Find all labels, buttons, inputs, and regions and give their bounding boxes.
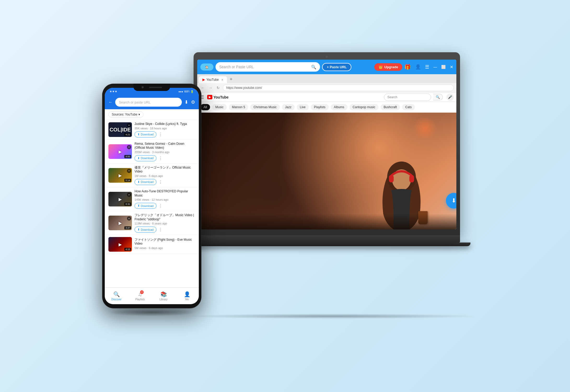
phone-download-icon[interactable]: ⬇: [184, 99, 188, 105]
download-button-2[interactable]: ⬇ Download: [135, 155, 156, 161]
upgrade-button[interactable]: 👑 Upgrade: [374, 63, 402, 71]
download-button-5[interactable]: ⬇ Download: [135, 227, 156, 233]
duration-6: 4:15: [124, 248, 131, 251]
browser-bar: ← → ↻ https://www.youtube.com/: [197, 83, 456, 93]
video-thumb-6[interactable]: ▶ 4:15: [108, 237, 132, 252]
pill-live[interactable]: Live: [297, 104, 309, 110]
yt-mic-button[interactable]: 🎤: [446, 94, 454, 101]
download-button-3[interactable]: ⬇ Download: [135, 179, 156, 185]
phone-back-button[interactable]: ←: [108, 100, 113, 105]
playlists-label: Playlists: [135, 298, 145, 301]
video-thumbnail[interactable]: [197, 113, 456, 229]
refresh-button[interactable]: ↻: [216, 85, 221, 90]
more-btn-5[interactable]: ⋮: [158, 227, 163, 233]
pill-playlists[interactable]: Playlists: [311, 104, 329, 110]
video-meta-6: 5M views · 6 days ago: [135, 246, 195, 250]
pill-all[interactable]: All: [200, 104, 210, 110]
paste-url-button[interactable]: + Paste URL: [322, 63, 351, 71]
video-actions-5: ⬇ Download ⋮: [135, 227, 195, 233]
source-badge[interactable]: Sources: YouTube ▾: [108, 111, 143, 118]
youtube-tab[interactable]: ▶ YouTube ✕: [199, 76, 227, 83]
forward-button[interactable]: →: [208, 85, 213, 90]
duration-1: 4:21: [124, 133, 131, 136]
phone-settings-icon[interactable]: ⚙: [191, 99, 195, 105]
video-title-5: フレデリック「オドループ」Music Video | Frederic "odd…: [135, 213, 195, 221]
pill-albums[interactable]: Albums: [331, 104, 347, 110]
pill-maroon5[interactable]: Maroon 5: [229, 104, 248, 110]
nav-playlists[interactable]: ♫ 15 Playlists: [128, 289, 152, 303]
phone-search-bar[interactable]: Search or paste URL: [115, 98, 182, 107]
app-logo[interactable]: 🏠: [200, 64, 213, 71]
phone-app-header: ← Search or paste URL ⬇ ⚙: [105, 95, 199, 109]
upgrade-label: Upgrade: [384, 65, 398, 69]
add-btn-4[interactable]: +: [127, 193, 131, 197]
video-thumb-3[interactable]: ▶ 5:14 +: [108, 168, 132, 183]
video-thumb-4[interactable]: ▶ 8:32 +: [108, 192, 132, 206]
more-btn-1[interactable]: ⋮: [158, 131, 163, 137]
minimize-icon[interactable]: —: [433, 65, 437, 69]
video-info-6: ファイトソング (Fight Song) - Eve Music Video 5…: [135, 238, 195, 251]
pill-cats[interactable]: Cats: [402, 104, 415, 110]
download-icon-3: ⬇: [137, 180, 140, 184]
add-btn-2[interactable]: +: [127, 145, 131, 149]
download-icon-5: ⬇: [137, 228, 140, 231]
list-item: ▶ 4:00 + Rema, Selena Gomez - Calm Down …: [105, 140, 199, 164]
menu-icon[interactable]: ☰: [425, 64, 429, 70]
list-item: ▶ 3:47 + フレデリック「オドループ」Music Video | Fred…: [105, 211, 199, 235]
user-icon[interactable]: 👤: [415, 64, 421, 70]
gift-icon[interactable]: 🎁: [404, 64, 411, 70]
video-thumb-2[interactable]: ▶ 4:00 +: [108, 144, 132, 159]
nav-me[interactable]: 👤 Me: [175, 289, 199, 303]
playlists-badge: 15: [140, 290, 144, 294]
play-icon-6: ▶: [119, 242, 122, 247]
svg-rect-3: [409, 175, 414, 182]
video-title-2: Rema, Selena Gomez - Calm Down (Official…: [135, 142, 195, 150]
nav-library[interactable]: 📚 Library: [152, 289, 175, 303]
maximize-icon[interactable]: ⬜: [441, 65, 446, 69]
wifi-icon: WiFi: [184, 90, 189, 93]
duration-2: 4:00: [124, 155, 131, 158]
battery-icon: 🔋: [190, 90, 194, 93]
yt-logo-text: YouTube: [213, 95, 229, 99]
url-bar[interactable]: https://www.youtube.com/: [223, 84, 454, 91]
download-button-4[interactable]: ⬇ Download: [135, 203, 156, 209]
video-title-6: ファイトソング (Fight Song) - Eve Music Video: [135, 238, 195, 246]
duration-3: 5:14: [124, 179, 131, 182]
more-btn-3[interactable]: ⋮: [158, 179, 163, 185]
me-icon: 👤: [184, 291, 190, 297]
video-thumb-1[interactable]: COL|IDE 4:21 +: [108, 122, 132, 137]
video-actions-2: ⬇ Download ⋮: [135, 155, 195, 161]
yt-search-button[interactable]: 🔍: [433, 94, 443, 100]
pill-music[interactable]: Music: [212, 104, 226, 110]
close-icon[interactable]: ✕: [450, 65, 453, 70]
new-tab-button[interactable]: +: [228, 76, 235, 83]
pill-christmas[interactable]: Christmas Music: [250, 104, 280, 110]
video-title-4: How Auto-Tune DESTROYED Popular Music: [135, 189, 195, 198]
video-meta-1: 35K views · 18 hours ago: [135, 127, 195, 130]
pill-bushcraft[interactable]: Bushcraft: [381, 104, 400, 110]
video-thumb-5[interactable]: ▶ 3:47 +: [108, 216, 132, 230]
download-icon-4: ⬇: [137, 204, 140, 207]
list-item: ▶ 5:14 + 優里『メリーゴーランド』Official Music Vide…: [105, 164, 199, 187]
phone-screen: ●●● WiFi 🔋 ← Search or paste URL ⬇ ⚙: [105, 88, 199, 304]
discover-label: Discover: [112, 298, 122, 301]
more-btn-4[interactable]: ⋮: [158, 203, 163, 209]
browser-tabs: ▶ YouTube ✕ +: [197, 74, 456, 83]
source-dropdown-icon: ▾: [138, 113, 140, 116]
tab-close-btn[interactable]: ✕: [221, 78, 223, 81]
add-btn-3[interactable]: +: [127, 169, 131, 173]
yt-search-field[interactable]: Search: [384, 94, 431, 101]
more-btn-2[interactable]: ⋮: [158, 155, 163, 161]
add-btn-5[interactable]: +: [127, 216, 131, 221]
video-info-2: Rema, Selena Gomez - Calm Down (Official…: [135, 142, 195, 161]
search-bar[interactable]: Search or Paste URL 🔍: [216, 62, 320, 72]
video-info-5: フレデリック「オドループ」Music Video | Frederic "odd…: [135, 213, 195, 233]
collide-text: COL|IDE: [109, 127, 131, 133]
download-icon-1: ⬇: [137, 133, 140, 136]
download-button-1[interactable]: ⬇ Download: [135, 131, 156, 137]
nav-discover[interactable]: 🔍 Discover: [105, 289, 128, 303]
pill-cantopop[interactable]: Cantopop music: [350, 104, 379, 110]
pill-jazz[interactable]: Jazz: [282, 104, 295, 110]
playlists-badge-container: ♫ 15: [138, 291, 142, 297]
vignette-bottom: [197, 214, 456, 229]
